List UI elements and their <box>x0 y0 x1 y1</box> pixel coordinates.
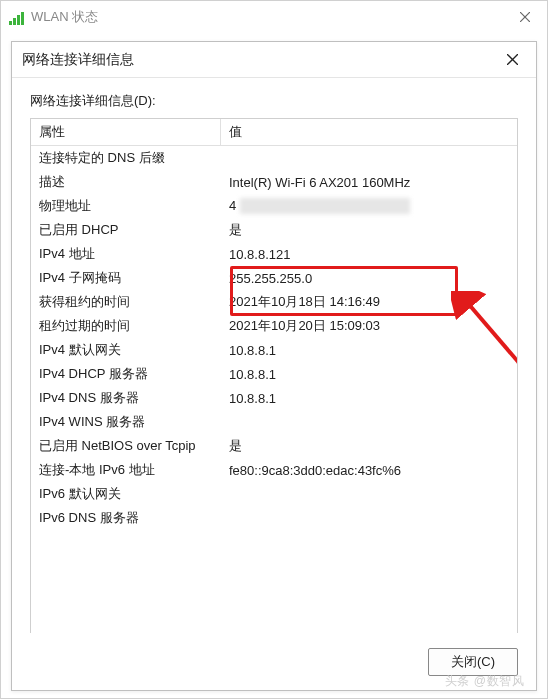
row-property: IPv4 默认网关 <box>31 341 221 359</box>
table-row[interactable]: IPv4 WINS 服务器 <box>31 410 517 434</box>
row-property: 描述 <box>31 173 221 191</box>
details-table: 属性 值 连接特定的 DNS 后缀描述Intel(R) Wi-Fi 6 AX20… <box>30 118 518 633</box>
table-row[interactable]: 描述Intel(R) Wi-Fi 6 AX201 160MHz <box>31 170 517 194</box>
row-value: 2021年10月20日 15:09:03 <box>221 317 517 335</box>
table-row[interactable]: 获得租约的时间2021年10月18日 14:16:49 <box>31 290 517 314</box>
table-rows: 连接特定的 DNS 后缀描述Intel(R) Wi-Fi 6 AX201 160… <box>31 146 517 530</box>
row-value: 是 <box>221 221 517 239</box>
redacted-mask <box>240 198 410 214</box>
outer-titlebar: WLAN 状态 <box>1 1 547 33</box>
table-row[interactable]: IPv4 子网掩码255.255.255.0 <box>31 266 517 290</box>
row-property: IPv4 DNS 服务器 <box>31 389 221 407</box>
inner-close-button[interactable] <box>498 48 526 72</box>
table-header: 属性 值 <box>31 119 517 146</box>
table-row[interactable]: 连接-本地 IPv6 地址fe80::9ca8:3dd0:edac:43fc%6 <box>31 458 517 482</box>
header-value: 值 <box>221 119 517 145</box>
table-row[interactable]: 已启用 NetBIOS over Tcpip是 <box>31 434 517 458</box>
table-row[interactable]: 已启用 DHCP是 <box>31 218 517 242</box>
row-property: 获得租约的时间 <box>31 293 221 311</box>
row-property: IPv4 WINS 服务器 <box>31 413 221 431</box>
dialog-body: 网络连接详细信息(D): 属性 值 连接特定的 DNS 后缀描述Intel(R)… <box>12 78 536 643</box>
row-value: 10.8.8.1 <box>221 343 517 358</box>
row-value: 255.255.255.0 <box>221 271 517 286</box>
table-row[interactable]: 租约过期的时间2021年10月20日 15:09:03 <box>31 314 517 338</box>
table-row[interactable]: IPv6 默认网关 <box>31 482 517 506</box>
row-value: 10.8.8.1 <box>221 391 517 406</box>
row-property: 物理地址 <box>31 197 221 215</box>
row-value: 4 <box>221 198 517 215</box>
close-icon <box>520 12 530 22</box>
row-property: IPv6 默认网关 <box>31 485 221 503</box>
header-property: 属性 <box>31 119 221 145</box>
table-row[interactable]: IPv4 地址10.8.8.121 <box>31 242 517 266</box>
row-property: 已启用 DHCP <box>31 221 221 239</box>
row-property: 连接特定的 DNS 后缀 <box>31 149 221 167</box>
table-row[interactable]: IPv4 默认网关10.8.8.1 <box>31 338 517 362</box>
row-property: IPv4 子网掩码 <box>31 269 221 287</box>
row-value: 是 <box>221 437 517 455</box>
row-value: Intel(R) Wi-Fi 6 AX201 160MHz <box>221 175 517 190</box>
close-button-label: 关闭(C) <box>451 653 495 671</box>
table-row[interactable]: IPv6 DNS 服务器 <box>31 506 517 530</box>
network-details-dialog: 网络连接详细信息 网络连接详细信息(D): 属性 值 连接特定的 DNS 后缀描… <box>11 41 537 691</box>
section-label: 网络连接详细信息(D): <box>30 92 518 110</box>
close-button[interactable]: 关闭(C) <box>428 648 518 676</box>
outer-window-title: WLAN 状态 <box>31 8 98 26</box>
row-value: 10.8.8.121 <box>221 247 517 262</box>
row-property: IPv4 地址 <box>31 245 221 263</box>
row-property: 已启用 NetBIOS over Tcpip <box>31 437 221 455</box>
wifi-signal-icon <box>9 9 25 25</box>
table-row[interactable]: 连接特定的 DNS 后缀 <box>31 146 517 170</box>
table-row[interactable]: IPv4 DNS 服务器10.8.8.1 <box>31 386 517 410</box>
inner-titlebar: 网络连接详细信息 <box>12 42 536 78</box>
wlan-status-window: WLAN 状态 网络连接详细信息 网络连接详细信息(D): 属性 值 连接特定的… <box>0 0 548 699</box>
row-property: 租约过期的时间 <box>31 317 221 335</box>
row-value: fe80::9ca8:3dd0:edac:43fc%6 <box>221 463 517 478</box>
table-row[interactable]: IPv4 DHCP 服务器10.8.8.1 <box>31 362 517 386</box>
inner-dialog-title: 网络连接详细信息 <box>22 51 134 69</box>
row-property: IPv4 DHCP 服务器 <box>31 365 221 383</box>
close-icon <box>507 54 518 65</box>
watermark-text: 头条 @数智风 <box>445 673 524 690</box>
table-row[interactable]: 物理地址4 <box>31 194 517 218</box>
row-property: IPv6 DNS 服务器 <box>31 509 221 527</box>
button-row: 关闭(C) <box>428 648 518 676</box>
outer-close-button[interactable] <box>511 5 539 29</box>
row-value: 2021年10月18日 14:16:49 <box>221 293 517 311</box>
row-property: 连接-本地 IPv6 地址 <box>31 461 221 479</box>
row-value: 10.8.8.1 <box>221 367 517 382</box>
